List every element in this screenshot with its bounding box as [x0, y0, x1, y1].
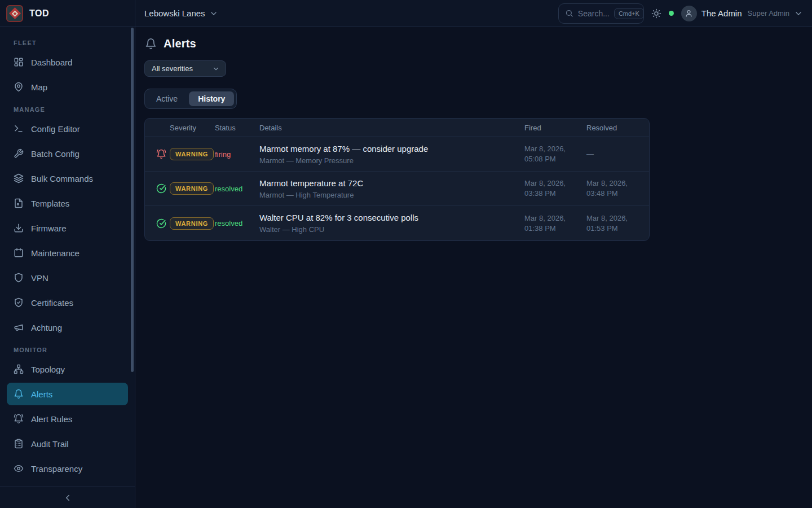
sidebar-item-dashboard[interactable]: Dashboard	[7, 51, 128, 73]
chevron-down-icon	[212, 65, 220, 73]
column-severity: Severity	[170, 124, 215, 132]
sidebar-item-transparency[interactable]: Transparency	[7, 457, 128, 480]
collapse-sidebar-icon[interactable]	[63, 493, 73, 503]
main-area: Lebowski Lanes Search... Cmd+K	[135, 0, 812, 508]
table-header-row: Severity Status Details Fired Resolved	[145, 119, 649, 137]
brand-header: TOD	[0, 0, 135, 27]
alert-details: Walter CPU at 82% for 3 consecutive poll…	[259, 213, 524, 234]
shield-icon	[14, 273, 24, 283]
user-menu[interactable]: The Admin Super Admin	[681, 6, 803, 21]
bell-icon	[14, 389, 24, 399]
sidebar-item-label: Bulk Commands	[31, 174, 93, 183]
app-logo-icon	[6, 5, 23, 22]
org-name: Lebowski Lanes	[144, 8, 205, 18]
status-text: resolved	[215, 185, 259, 193]
page-title: Alerts	[164, 37, 196, 50]
chevron-down-icon	[209, 9, 218, 18]
column-fired: Fired	[524, 124, 586, 132]
column-status: Status	[215, 124, 259, 132]
sidebar-item-label: Config Editor	[31, 124, 80, 134]
sidebar-item-label: Transparency	[31, 464, 82, 474]
sidebar-item-label: VPN	[31, 273, 48, 283]
column-details: Details	[259, 124, 524, 132]
download-icon	[14, 223, 24, 233]
map-pin-icon	[14, 82, 24, 92]
sidebar-item-alert-rules[interactable]: Alert Rules	[7, 408, 128, 430]
page-title-row: Alerts	[144, 36, 803, 50]
tab-history[interactable]: History	[189, 91, 234, 106]
alert-title: Marmot temperature at 72C	[259, 178, 518, 188]
sidebar-item-label: Certificates	[31, 298, 73, 308]
section-label-fleet: FLEET	[14, 40, 121, 46]
clipboard-icon	[14, 439, 24, 449]
user-role: Super Admin	[748, 9, 789, 17]
org-switcher[interactable]: Lebowski Lanes	[144, 8, 218, 18]
layers-icon	[14, 173, 24, 183]
table-row[interactable]: WARNING resolved Marmot temperature at 7…	[145, 172, 649, 206]
alert-title: Walter CPU at 82% for 3 consecutive poll…	[259, 213, 518, 222]
sidebar-item-label: Templates	[31, 199, 69, 208]
sidebar-item-certificates[interactable]: Certificates	[7, 291, 128, 314]
sidebar-footer	[0, 487, 135, 508]
avatar	[681, 6, 697, 21]
terminal-icon	[14, 124, 24, 134]
status-text: firing	[215, 150, 259, 159]
alert-subtitle: Walter — High CPU	[259, 225, 518, 234]
sidebar-item-templates[interactable]: Templates	[7, 192, 128, 214]
eye-icon	[14, 463, 24, 474]
sidebar-nav: FLEET Dashboard Map MANAGE Config Editor	[0, 27, 135, 487]
sidebar-item-bulk-commands[interactable]: Bulk Commands	[7, 167, 128, 190]
bell-ring-icon	[156, 149, 166, 159]
sidebar-item-label: Batch Config	[31, 149, 80, 159]
chevron-down-icon	[794, 9, 803, 18]
network-icon	[14, 364, 24, 374]
sidebar-item-batch-config[interactable]: Batch Config	[7, 142, 128, 165]
sidebar: TOD FLEET Dashboard Map MANAGE Config Ed…	[0, 0, 135, 508]
sidebar-item-audit-trail[interactable]: Audit Trail	[7, 432, 128, 455]
section-label-monitor: MONITOR	[14, 347, 121, 353]
alert-subtitle: Marmot — Memory Pressure	[259, 156, 518, 165]
sidebar-item-label: Achtung	[31, 323, 62, 332]
column-resolved: Resolved	[586, 124, 638, 132]
resolved-time: Mar 8, 2026, 03:48 PM	[586, 178, 638, 198]
tab-active[interactable]: Active	[147, 91, 187, 106]
severity-filter-select[interactable]: All severities	[144, 60, 226, 77]
alerts-page: Alerts All severities Active History Sev…	[135, 27, 812, 508]
sidebar-scrollbar-thumb[interactable]	[131, 28, 134, 372]
shield-check-icon	[14, 297, 24, 308]
brand-name: TOD	[29, 8, 49, 19]
sidebar-item-label: Dashboard	[31, 58, 72, 67]
fired-time: Mar 8, 2026, 05:08 PM	[524, 144, 586, 164]
sidebar-item-map[interactable]: Map	[7, 76, 128, 98]
severity-badge: WARNING	[170, 148, 214, 160]
topbar-right: Search... Cmd+K The Admin Super Admin	[558, 3, 803, 24]
alerts-table: Severity Status Details Fired Resolved W…	[144, 118, 650, 241]
sidebar-item-label: Maintenance	[31, 248, 80, 258]
severity-badge: WARNING	[170, 182, 214, 195]
sidebar-item-alerts[interactable]: Alerts	[7, 383, 128, 405]
sidebar-item-label: Audit Trail	[31, 439, 69, 449]
calendar-icon	[14, 248, 24, 258]
user-name: The Admin	[701, 8, 742, 18]
sidebar-item-vpn[interactable]: VPN	[7, 266, 128, 289]
table-row[interactable]: WARNING resolved Walter CPU at 82% for 3…	[145, 206, 649, 240]
sidebar-item-config-editor[interactable]: Config Editor	[7, 117, 128, 140]
topbar: Lebowski Lanes Search... Cmd+K	[135, 0, 812, 27]
sidebar-item-topology[interactable]: Topology	[7, 358, 128, 380]
alert-details: Marmot memory at 87% — consider upgrade …	[259, 144, 524, 165]
sidebar-item-achtung[interactable]: Achtung	[7, 316, 128, 339]
sidebar-item-label: Alerts	[31, 389, 52, 399]
sidebar-item-firmware[interactable]: Firmware	[7, 217, 128, 239]
sidebar-item-label: Map	[31, 82, 47, 92]
alert-details: Marmot temperature at 72C Marmot — High …	[259, 178, 524, 199]
search-shortcut-badge: Cmd+K	[614, 8, 644, 19]
status-text: resolved	[215, 219, 259, 227]
section-label-manage: MANAGE	[14, 106, 121, 113]
alert-title: Marmot memory at 87% — consider upgrade	[259, 144, 518, 154]
table-row[interactable]: WARNING firing Marmot memory at 87% — co…	[145, 137, 649, 172]
theme-toggle-sun-icon[interactable]	[651, 8, 661, 19]
sidebar-item-maintenance[interactable]: Maintenance	[7, 242, 128, 264]
search-input[interactable]: Search... Cmd+K	[558, 3, 644, 24]
severity-badge: WARNING	[170, 217, 214, 230]
sidebar-item-label: Topology	[31, 365, 65, 374]
